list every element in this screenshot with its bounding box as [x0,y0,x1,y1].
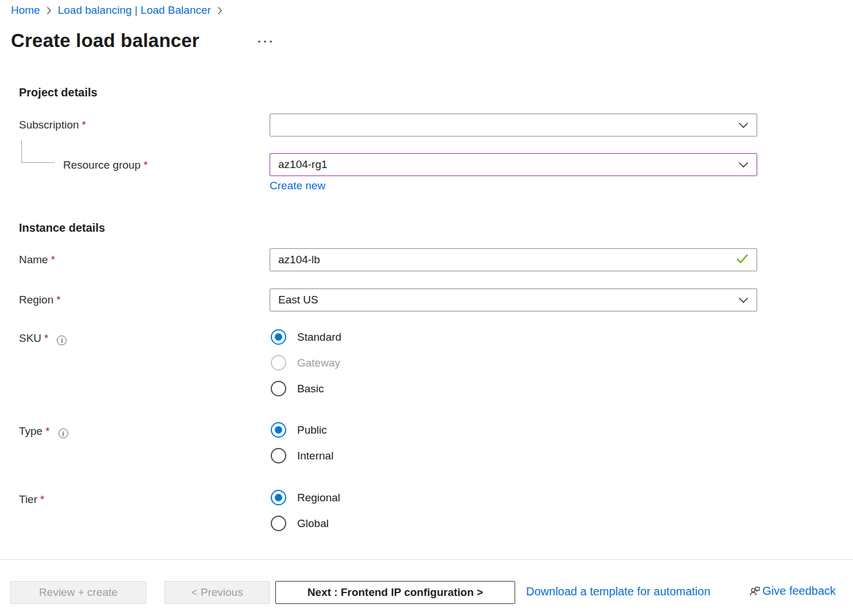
required-asterisk: * [56,294,60,306]
info-icon[interactable]: i [59,428,68,438]
tier-label-text: Tier [19,493,37,505]
breadcrumb-load-balancing-link[interactable]: Load balancing | Load Balancer [58,4,211,17]
info-icon[interactable]: i [57,336,67,345]
subscription-label: Subscription* [19,119,86,131]
radio-label: Standard [297,331,341,344]
radio-icon [271,355,286,371]
radio-label: Regional [297,492,340,504]
radio-label: Public [297,424,327,436]
radio-label: Basic [297,383,324,395]
sku-option-basic[interactable]: Basic [271,381,341,396]
sku-option-standard[interactable]: Standard [271,329,341,345]
project-details-heading: Project details [19,86,98,99]
resource-group-dropdown[interactable]: az104-rg1 [270,153,757,176]
valid-checkmark-icon [736,254,749,266]
download-template-link[interactable]: Download a template for automation [526,585,710,598]
chevron-down-icon [738,297,749,303]
name-label-text: Name [19,254,48,266]
subscription-label-text: Subscription [19,119,79,131]
type-label: Type*i [19,425,68,438]
previous-button: < Previous [165,581,270,604]
radio-icon [271,422,286,438]
subscription-dropdown[interactable] [270,114,757,137]
tier-option-regional[interactable]: Regional [271,490,340,505]
required-asterisk: * [51,254,55,266]
give-feedback-link[interactable]: Give feedback [749,584,836,598]
breadcrumb-separator-icon [46,6,52,15]
type-option-internal[interactable]: Internal [271,448,333,463]
tier-radio-group: Regional Global [271,490,340,541]
sku-label: SKU*i [19,332,67,345]
chevron-down-icon [738,122,749,128]
radio-icon [271,329,286,345]
ellipsis-menu-button[interactable]: ··· [258,34,275,48]
required-asterisk: * [143,159,147,171]
type-radio-group: Public Internal [271,422,333,474]
radio-icon [271,516,286,531]
region-label-text: Region [19,294,53,306]
radio-label: Global [297,517,329,530]
region-value: East US [278,294,738,306]
required-asterisk: * [45,425,49,437]
breadcrumb: Home Load balancing | Load Balancer [11,4,229,17]
page-title: Create load balancer [11,30,200,52]
required-asterisk: * [44,332,48,344]
subresource-connector-line [21,141,54,163]
instance-details-heading: Instance details [19,221,105,235]
radio-label: Gateway [297,357,340,369]
required-asterisk: * [82,119,86,131]
radio-icon [271,490,286,505]
required-asterisk: * [40,493,44,505]
feedback-icon [749,585,761,598]
region-label: Region* [19,294,61,306]
resource-group-label-text: Resource group [63,159,141,171]
review-create-button: Review + create [10,581,146,604]
name-label: Name* [19,254,55,266]
region-dropdown[interactable]: East US [270,288,757,311]
type-label-text: Type [19,425,42,437]
breadcrumb-separator-icon [217,6,223,15]
tier-option-global[interactable]: Global [271,516,340,531]
radio-icon [271,448,286,463]
resource-group-label: Resource group* [63,159,148,171]
name-input[interactable] [270,248,757,271]
radio-icon [271,381,286,396]
chevron-down-icon [738,162,749,168]
footer-divider [0,559,853,560]
breadcrumb-home-link[interactable]: Home [11,4,40,17]
tier-label: Tier* [19,493,44,506]
radio-label: Internal [297,450,333,462]
create-new-link[interactable]: Create new [270,180,325,192]
sku-option-gateway: Gateway [271,355,341,371]
give-feedback-label: Give feedback [762,584,836,598]
sku-radio-group: Standard Gateway Basic [271,329,341,407]
next-frontend-ip-button[interactable]: Next : Frontend IP configuration > [275,581,515,604]
resource-group-value: az104-rg1 [278,158,738,171]
type-option-public[interactable]: Public [271,422,333,438]
sku-label-text: SKU [19,332,41,344]
